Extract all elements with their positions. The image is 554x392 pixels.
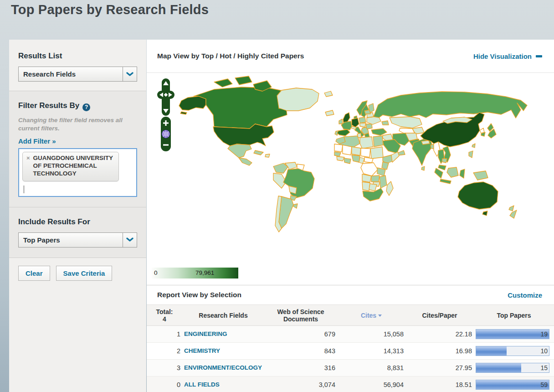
cites-per-paper-cell: 18.51 — [405, 377, 474, 392]
report-view-header: Report View by Selection Customize — [147, 285, 554, 304]
top-papers-bar-cell: 59 — [474, 377, 554, 392]
top-papers-bar: 15 — [476, 363, 549, 373]
include-results-dropdown[interactable]: Top Papers — [18, 232, 137, 248]
top-papers-bar: 10 — [476, 346, 549, 356]
save-criteria-button[interactable]: Save Criteria — [56, 266, 113, 281]
documents-cell: 843 — [264, 343, 337, 360]
sort-arrow-icon — [378, 315, 382, 317]
cites-cell: 14,313 — [337, 343, 405, 360]
column-header-total: Total: 4 — [147, 305, 182, 326]
main-panel: Map View by Top / Hot / Highly Cited Pap… — [147, 40, 554, 392]
legend-min-value: 0 — [154, 269, 158, 276]
top-papers-bar: 59 — [476, 380, 549, 390]
field-link[interactable]: ENVIRONMENT/ECOLOGY — [184, 364, 262, 371]
hide-visualization-link[interactable]: Hide Visualization — [473, 52, 542, 60]
map-area: 0 79,961 — [147, 73, 554, 285]
field-link[interactable]: ALL FIELDS — [184, 381, 220, 388]
documents-cell: 679 — [264, 326, 337, 343]
column-header-research-fields: Research Fields — [182, 305, 264, 326]
filter-input-box[interactable]: × GUANGDONG UNIVERSITY OF PETROCHEMICAL … — [18, 148, 137, 197]
results-list-section: Results List Research Fields — [9, 40, 146, 91]
clear-button[interactable]: Clear — [18, 266, 50, 281]
field-link[interactable]: CHEMISTRY — [184, 347, 220, 354]
map-pan-control[interactable] — [157, 78, 174, 116]
documents-cell: 316 — [264, 360, 337, 377]
filter-chip-label: GUANGDONG UNIVERSITY OF PETROCHEMICAL TE… — [33, 155, 114, 178]
include-results-section: Include Results For Top Papers — [9, 207, 146, 258]
customize-link[interactable]: Customize — [508, 291, 542, 299]
map-view-title: Map View by Top / Hot / Highly Cited Pap… — [157, 52, 304, 60]
column-header-top-papers: Top Papers — [474, 305, 554, 326]
top-papers-bar: 19 — [476, 329, 549, 339]
table-row-all-fields: 0 ALL FIELDS 3,074 56,904 18.51 59 — [147, 377, 554, 392]
table-row: 3 ENVIRONMENT/ECOLOGY 316 8,831 27.95 15 — [147, 360, 554, 377]
top-papers-value: 15 — [540, 364, 548, 371]
sidebar: Results List Research Fields Filter Resu… — [9, 40, 146, 392]
help-icon[interactable]: ? — [82, 103, 90, 111]
remove-filter-icon[interactable]: × — [26, 155, 30, 178]
include-results-heading: Include Results For — [18, 217, 137, 227]
report-table: Total: 4 Research Fields Web of Science … — [147, 304, 554, 392]
results-list-dropdown[interactable]: Research Fields — [18, 67, 137, 82]
page-title: Top Papers by Research Fields — [11, 2, 209, 17]
map-legend-gradient: 0 79,961 — [152, 268, 238, 279]
rank-cell: 3 — [147, 360, 182, 377]
rank-cell: 2 — [147, 343, 182, 360]
rank-cell: 1 — [147, 326, 182, 343]
text-cursor — [24, 186, 24, 193]
include-results-selected-value: Top Papers — [19, 233, 123, 247]
cites-cell: 56,904 — [337, 377, 405, 392]
filter-note: Changing the filter field removes all cu… — [18, 116, 137, 133]
chevron-down-icon[interactable] — [123, 67, 137, 81]
map-zoom-control[interactable] — [160, 117, 171, 151]
filter-chip: × GUANGDONG UNIVERSITY OF PETROCHEMICAL … — [22, 152, 119, 181]
column-header-wos-documents: Web of Science Documents — [264, 305, 337, 326]
world-choropleth-map — [151, 73, 554, 263]
top-papers-value: 10 — [540, 347, 548, 355]
top-papers-value: 59 — [540, 381, 548, 388]
cites-cell: 8,831 — [337, 360, 405, 377]
column-header-cites-per-paper: Cites/Paper — [405, 305, 474, 326]
results-list-selected-value: Research Fields — [19, 67, 123, 81]
sidebar-actions: Clear Save Criteria — [9, 258, 146, 392]
rank-cell: 0 — [147, 377, 182, 392]
filter-section: Filter Results By? Changing the filter f… — [9, 91, 146, 207]
report-view-title: Report View by Selection — [157, 291, 241, 299]
table-row: 1 ENGINEERING 679 15,058 22.18 19 — [147, 326, 554, 343]
top-papers-value: 19 — [540, 330, 548, 338]
cites-per-paper-cell: 27.95 — [405, 360, 474, 377]
documents-cell: 3,074 — [264, 377, 337, 392]
collapse-minus-icon — [536, 55, 542, 57]
results-list-heading: Results List — [18, 52, 137, 61]
legend-max-value: 79,961 — [195, 269, 214, 276]
filter-heading: Filter Results By? — [18, 101, 137, 111]
field-link[interactable]: ENGINEERING — [184, 330, 227, 337]
cites-per-paper-cell: 22.18 — [405, 326, 474, 343]
table-header-row: Total: 4 Research Fields Web of Science … — [147, 305, 554, 326]
add-filter-link[interactable]: Add Filter » — [18, 137, 56, 145]
table-row: 2 CHEMISTRY 843 14,313 16.98 10 — [147, 343, 554, 360]
top-papers-bar-cell: 15 — [474, 360, 554, 377]
top-papers-bar-cell: 10 — [474, 343, 554, 360]
column-header-cites-sort[interactable]: Cites — [337, 305, 405, 326]
cites-cell: 15,058 — [337, 326, 405, 343]
chevron-down-icon[interactable] — [123, 233, 137, 247]
map-view-header: Map View by Top / Hot / Highly Cited Pap… — [147, 40, 554, 73]
top-papers-bar-cell: 19 — [474, 326, 554, 343]
cites-per-paper-cell: 16.98 — [405, 343, 474, 360]
